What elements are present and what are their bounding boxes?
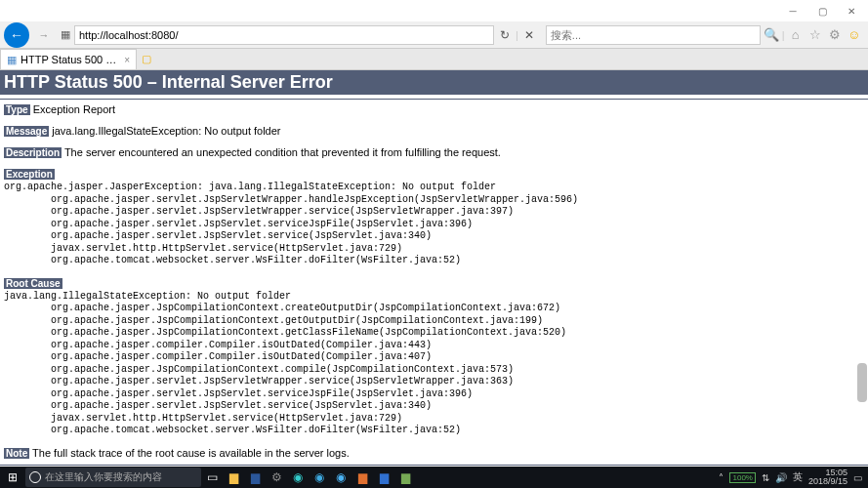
taskbar-app-settings[interactable]: ⚙ [266, 467, 287, 488]
wifi-icon[interactable]: ⇅ [762, 472, 769, 483]
tray-chevron-icon[interactable]: ˄ [719, 472, 723, 483]
action-center-icon[interactable]: ▭ [853, 472, 862, 483]
tab-favicon: ▦ [7, 54, 17, 66]
message-label: Message [4, 126, 49, 137]
taskbar-app-qq[interactable]: ◉ [330, 467, 351, 488]
taskbar-app-1[interactable]: ▆ [351, 467, 373, 488]
refresh-button[interactable]: ↻ [496, 28, 514, 42]
exception-label: Exception [4, 169, 55, 180]
cortana-search[interactable]: 在这里输入你要搜索的内容 [25, 468, 201, 487]
window-titlebar: ─ ▢ ✕ [0, 0, 868, 21]
note-label: Note [4, 448, 29, 459]
clock-date: 2018/9/15 [808, 477, 847, 486]
tab-active[interactable]: ▦ HTTP Status 500 – Intern... × [0, 49, 137, 69]
taskbar-app-ie[interactable]: ◉ [309, 467, 330, 488]
description-line: Description The server encountered an un… [0, 144, 868, 160]
volume-icon[interactable]: 🔊 [775, 472, 787, 483]
message-line: Message java.lang.IllegalStateException:… [0, 123, 868, 139]
maximize-button[interactable]: ▢ [807, 1, 837, 20]
system-tray: ˄ 100% ⇅ 🔊 英 15:05 2018/9/15 ▭ [719, 468, 868, 486]
close-button[interactable]: ✕ [837, 1, 866, 20]
ime-indicator[interactable]: 英 [793, 470, 803, 484]
battery-indicator[interactable]: 100% [729, 472, 755, 483]
status-heading: HTTP Status 500 – Internal Server Error [0, 70, 868, 95]
taskbar-app-explorer[interactable]: ▆ [223, 467, 244, 488]
address-bar[interactable] [74, 25, 494, 45]
rootcause-trace: java.lang.IllegalStateException: No outp… [0, 289, 868, 439]
note-value: The full stack trace of the root cause i… [32, 447, 350, 459]
note-line: Note The full stack trace of the root ca… [0, 445, 868, 461]
tab-title: HTTP Status 500 – Intern... [21, 54, 120, 65]
favorites-button[interactable]: ☆ [806, 27, 824, 42]
browser-tabs: ▦ HTTP Status 500 – Intern... × ▢ [0, 49, 868, 70]
scrollbar-thumb[interactable] [857, 363, 867, 402]
start-button[interactable]: ⊞ [0, 467, 25, 488]
taskbar-app-word[interactable]: ▆ [244, 467, 266, 488]
rootcause-label: Root Cause [4, 278, 62, 289]
description-value: The server encountered an unexpected con… [64, 146, 501, 158]
windows-taskbar: ⊞ 在这里输入你要搜索的内容 ▭ ▆ ▆ ⚙ ◉ ◉ ◉ ▆ ▆ ▆ ˄ 100… [0, 467, 868, 488]
stop-button[interactable]: ✕ [520, 28, 538, 42]
taskbar-app-2[interactable]: ▆ [373, 467, 394, 488]
tab-close-button[interactable]: × [124, 55, 130, 65]
type-line: Type Exception Report [0, 102, 868, 117]
browser-search-box[interactable] [546, 25, 761, 45]
minimize-button[interactable]: ─ [778, 1, 807, 20]
exception-trace: org.apache.jasper.JasperException: java.… [0, 180, 868, 269]
page-icon: ▦ [59, 28, 72, 41]
new-tab-button[interactable]: ▢ [137, 49, 156, 69]
cortana-placeholder: 在这里输入你要搜索的内容 [45, 470, 162, 484]
clock[interactable]: 15:05 2018/9/15 [808, 468, 847, 486]
taskbar-app-3[interactable]: ▆ [394, 467, 416, 488]
home-button[interactable]: ⌂ [787, 27, 805, 42]
page-content: HTTP Status 500 – Internal Server Error … [0, 70, 868, 467]
task-view-button[interactable]: ▭ [201, 467, 223, 488]
message-value: java.lang.IllegalStateException: No outp… [52, 125, 280, 137]
forward-button[interactable]: → [31, 22, 57, 48]
settings-button[interactable]: ⚙ [826, 27, 844, 42]
type-label: Type [4, 104, 30, 115]
taskbar-app-edge[interactable]: ◉ [287, 467, 309, 488]
browser-toolbar: ← → ▦ ↻ | ✕ 🔍 | ⌂ ☆ ⚙ ☺ [0, 21, 868, 49]
description-label: Description [4, 147, 62, 158]
emoji-button[interactable]: ☺ [846, 27, 863, 42]
cortana-icon [29, 471, 41, 483]
type-value: Exception Report [33, 103, 115, 115]
search-button[interactable]: 🔍 [763, 27, 780, 42]
back-button[interactable]: ← [4, 22, 29, 48]
